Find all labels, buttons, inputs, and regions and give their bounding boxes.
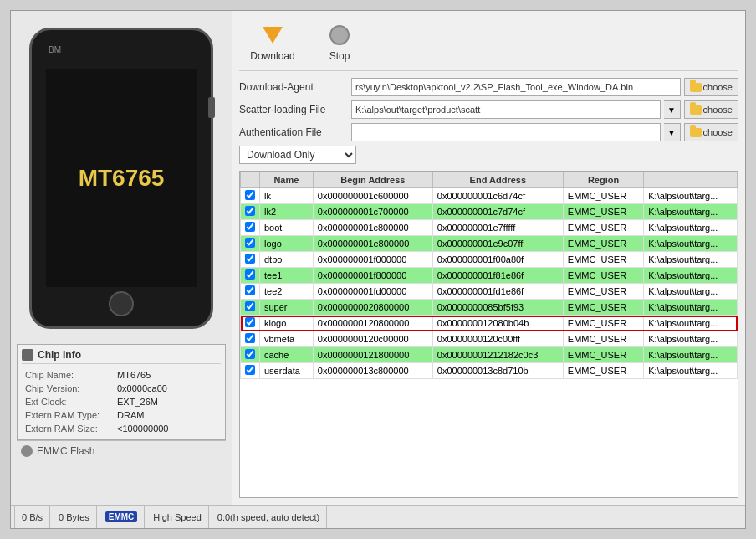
row-path: K:\alps\out\targ... [644,188,738,204]
row-begin: 0x000000001c700000 [313,204,432,220]
row-name: super [260,300,314,316]
scatter-file-choose-button[interactable]: choose [684,100,738,119]
row-checkbox[interactable] [245,285,255,295]
auth-file-choose-button[interactable]: choose [684,123,738,141]
row-checkbox-cell[interactable] [241,300,260,316]
table-row: lk2 0x000000001c700000 0x000000001c7d74c… [241,204,738,220]
row-name: tee2 [260,284,314,300]
row-end: 0x000000001f81e86f [432,268,563,284]
row-name: vbmeta [260,331,314,347]
chip-field-value: EXT_26M [114,395,221,408]
row-checkbox-cell[interactable] [241,204,260,220]
status-interface: EMMC [99,506,146,528]
row-region: EMMC_USER [563,331,643,347]
phone-bottom-button [109,291,134,316]
row-name: lk2 [260,204,314,220]
auth-dropdown-arrow[interactable]: ▼ [664,123,681,141]
table-row: userdata 0x000000013c800000 0x000000013c… [241,363,738,379]
col-begin: Begin Address [313,172,432,188]
phone-brand: BM [49,45,61,54]
row-path: K:\alps\out\targ... [644,220,738,236]
row-checkbox[interactable] [245,365,255,375]
row-name: dtbo [260,252,314,268]
row-checkbox-cell[interactable] [241,236,260,252]
status-detect: 0:0(h speed, auto detect) [211,506,327,528]
chip-field-value: MT6765 [114,368,221,382]
row-checkbox[interactable] [245,206,255,216]
scatter-file-input[interactable] [351,100,661,119]
col-checkbox [241,172,260,188]
scatter-file-label: Scatter-loading File [239,104,348,116]
table-row: boot 0x000000001c800000 0x000000001e7fff… [241,220,738,236]
row-region: EMMC_USER [563,252,643,268]
row-checkbox-cell[interactable] [241,220,260,236]
chip-field-label: Extern RAM Size: [22,422,114,435]
row-checkbox[interactable] [245,317,255,327]
chip-info-row: Extern RAM Size:<100000000 [22,422,221,435]
table-row: tee1 0x000000001f800000 0x000000001f81e8… [241,268,738,284]
chip-info-panel: Chip Info Chip Name:MT6765Chip Version:0… [17,336,226,461]
row-path: K:\alps\out\targ... [644,316,738,331]
row-checkbox-cell[interactable] [241,363,260,379]
row-checkbox[interactable] [245,333,255,343]
stop-circle-icon [329,25,350,45]
download-mode-select[interactable]: Download OnlyFirmware UpgradeFormat All … [239,146,356,164]
row-path: K:\alps\out\targ... [644,347,738,363]
arrow-down-icon [263,27,283,44]
row-end: 0x000000001e7fffff [432,220,563,236]
download-agent-choose-button[interactable]: choose [684,78,738,96]
row-region: EMMC_USER [563,188,643,204]
row-checkbox-cell[interactable] [241,188,260,204]
row-begin: 0x000000001e800000 [313,236,432,252]
chip-field-label: Ext Clock: [22,395,114,408]
phone-side-button [208,97,215,118]
row-end: 0x000000001c7d74cf [432,204,563,220]
table-row: cache 0x0000000121800000 0x0000000121218… [241,347,738,363]
status-speed: 0 B/s [14,506,50,528]
stop-label: Stop [329,50,350,62]
chip-info-header: Chip Info [22,349,221,364]
auth-file-input[interactable] [351,123,661,141]
row-end: 0x000000001c6d74cf [432,188,563,204]
status-bytes: 0 Bytes [52,506,97,528]
row-checkbox-cell[interactable] [241,252,260,268]
table-row: dtbo 0x000000001f000000 0x000000001f00a8… [241,252,738,268]
row-begin: 0x0000000120800000 [313,316,432,331]
row-checkbox[interactable] [245,349,255,359]
row-region: EMMC_USER [563,347,643,363]
chip-field-value: <100000000 [114,422,221,435]
row-checkbox[interactable] [245,270,255,280]
row-checkbox-cell[interactable] [241,268,260,284]
table-row: vbmeta 0x0000000120c00000 0x0000000120c0… [241,331,738,347]
row-checkbox-cell[interactable] [241,316,260,331]
stop-button[interactable]: Stop [314,22,365,62]
chip-info-box: Chip Info Chip Name:MT6765Chip Version:0… [17,344,226,440]
download-button[interactable]: Download [248,22,298,62]
row-region: EMMC_USER [563,300,643,316]
row-checkbox-cell[interactable] [241,347,260,363]
download-agent-choose-label: choose [703,82,733,92]
phone-image: BM MT6765 [29,28,213,329]
download-icon [259,22,286,49]
row-name: klogo [260,316,314,331]
scatter-dropdown-arrow[interactable]: ▼ [664,100,681,119]
row-path: K:\alps\out\targ... [644,363,738,379]
chip-field-label: Chip Version: [22,382,114,395]
row-name: lk [260,188,314,204]
col-path [644,172,738,188]
auth-file-choose-label: choose [703,127,733,137]
row-checkbox[interactable] [245,222,255,232]
row-region: EMMC_USER [563,316,643,331]
row-checkbox[interactable] [245,254,255,264]
row-checkbox[interactable] [245,238,255,248]
chip-field-label: Chip Name: [22,368,114,382]
row-name: logo [260,236,314,252]
chip-info-row: Extern RAM Type:DRAM [22,408,221,422]
row-checkbox[interactable] [245,190,255,200]
download-label: Download [250,50,294,62]
row-checkbox-cell[interactable] [241,284,260,300]
row-checkbox-cell[interactable] [241,331,260,347]
download-agent-input[interactable] [351,78,681,96]
row-checkbox[interactable] [245,301,255,311]
row-begin: 0x000000001f000000 [313,252,432,268]
